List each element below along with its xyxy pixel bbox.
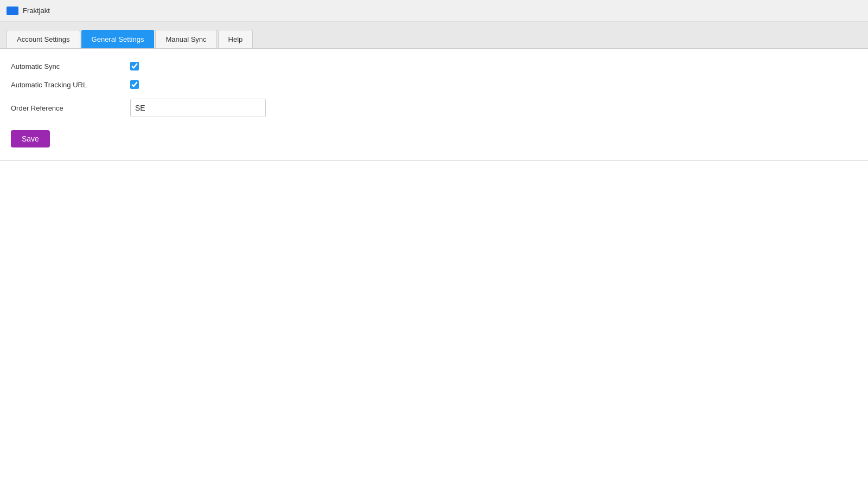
order-reference-input[interactable] (130, 99, 266, 117)
app-logo (7, 7, 18, 15)
automatic-sync-row: Automatic Sync (11, 62, 857, 70)
automatic-sync-label: Automatic Sync (11, 62, 130, 70)
automatic-tracking-url-control (130, 80, 139, 89)
tab-account-settings[interactable]: Account Settings (7, 30, 80, 48)
automatic-sync-checkbox[interactable] (130, 62, 139, 70)
tab-general-settings[interactable]: General Settings (81, 30, 155, 48)
order-reference-row: Order Reference (11, 99, 857, 117)
order-reference-control (130, 99, 266, 117)
main-content: Automatic Sync Automatic Tracking URL Or… (0, 49, 868, 161)
automatic-tracking-url-checkbox[interactable] (130, 80, 139, 89)
automatic-tracking-url-label: Automatic Tracking URL (11, 81, 130, 89)
order-reference-label: Order Reference (11, 104, 130, 112)
tab-bar: Account Settings General Settings Manual… (0, 22, 868, 49)
automatic-sync-control (130, 62, 139, 70)
automatic-tracking-url-row: Automatic Tracking URL (11, 80, 857, 89)
app-title: Fraktjakt (23, 7, 50, 15)
save-button[interactable]: Save (11, 130, 50, 147)
tab-help[interactable]: Help (218, 30, 253, 48)
tab-manual-sync[interactable]: Manual Sync (155, 30, 216, 48)
header-bar: Fraktjakt (0, 0, 868, 22)
